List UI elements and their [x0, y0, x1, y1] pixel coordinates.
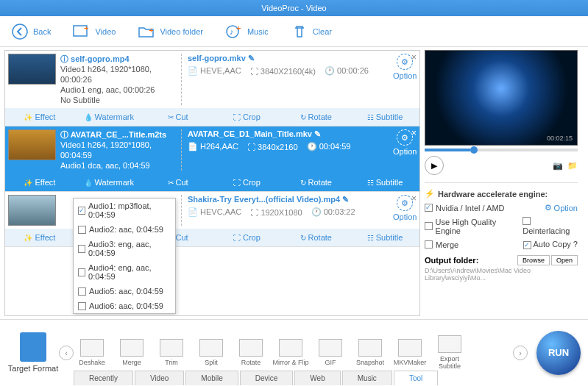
camera-icon[interactable]: 📷 — [553, 161, 563, 171]
tool-deshake[interactable]: Deshake — [74, 339, 110, 366]
output-folder: Output folder: BrowseOpen D:\Users\Andre… — [425, 255, 578, 282]
tab-device[interactable]: Device — [240, 371, 294, 385]
checkbox[interactable] — [78, 245, 85, 253]
effect-button[interactable]: ✨Effect — [5, 178, 74, 187]
scroll-left-button[interactable]: ‹ — [59, 346, 74, 360]
output-info: self-gopro.mkv ✎ 📄 HEVE,AAC ⛶ 3840X2160(… — [181, 54, 393, 105]
subtitle-button[interactable]: ☷Subtitle — [350, 178, 419, 187]
tool-icon — [358, 339, 382, 357]
main-toolbar: Back + Video + Video folder ♪+ Music Cle… — [0, 16, 588, 47]
close-icon[interactable]: × — [411, 193, 417, 204]
add-music-button[interactable]: ♪+ Music — [225, 23, 269, 40]
cut-button[interactable]: ✂Cut — [144, 112, 213, 121]
checkbox[interactable] — [78, 302, 86, 310]
tool-exportsubtitle[interactable]: Export Subtitle — [431, 335, 468, 370]
tool-merge[interactable]: Merge — [113, 339, 150, 366]
target-format-button[interactable]: Target Format — [7, 332, 59, 373]
tool-icon — [398, 339, 422, 357]
format-tabs: RecentlyVideoMobileDeviceWebMusicTool — [74, 371, 438, 385]
audio-track-dropdown[interactable]: Audio1: mp3float, 0:04:59Audio2: aac, 0:… — [73, 198, 176, 314]
open-button[interactable]: Open — [551, 255, 578, 265]
rotate-button[interactable]: ↻Rotate — [281, 233, 350, 242]
watermark-button[interactable]: 💧Watermark — [74, 178, 144, 187]
folder-plus-icon: + — [138, 23, 155, 40]
run-button[interactable]: RUN — [536, 331, 581, 375]
tab-mobile[interactable]: Mobile — [185, 371, 238, 385]
add-folder-button[interactable]: + Video folder — [138, 23, 203, 40]
deint-checkbox[interactable] — [523, 217, 531, 225]
tab-tool[interactable]: Tool — [394, 371, 438, 385]
thumbnail — [8, 195, 56, 226]
audio-option[interactable]: Audio2: aac, 0:04:59 — [74, 222, 175, 237]
audio-option[interactable]: Audio3: eng, aac, 0:04:59 — [74, 237, 175, 260]
subtitle-button[interactable]: ☷Subtitle — [350, 233, 419, 242]
tool-rotate[interactable]: Rotate — [233, 339, 269, 366]
checkbox[interactable] — [78, 226, 86, 234]
item-actions: ✨Effect 💧Watermark ✂Cut ⛶Crop ↻Rotate ☷S… — [5, 108, 419, 126]
crop-button[interactable]: ⛶Crop — [212, 233, 281, 242]
back-button[interactable]: Back — [11, 23, 51, 40]
svg-point-0 — [13, 24, 27, 39]
folder-icon[interactable]: 📁 — [567, 161, 578, 171]
tool-icon — [199, 339, 223, 357]
scroll-right-button[interactable]: › — [513, 346, 528, 360]
clear-label: Clear — [313, 27, 332, 36]
preview-time: 00:02:15 — [547, 135, 573, 142]
audio-option[interactable]: Audio4: eng, aac, 0:04:59 — [74, 260, 175, 284]
svg-text:+: + — [149, 26, 153, 35]
tool-icon — [120, 339, 144, 357]
video-label: Video — [95, 27, 116, 36]
preview-player[interactable]: 00:02:15 — [425, 50, 578, 146]
output-path: D:\Users\Andrew\Movies\Mac Video Library… — [425, 267, 578, 282]
video-item[interactable]: × Shakira-Try Everyt...(official Video).… — [5, 192, 419, 247]
rotate-button[interactable]: ↻Rotate — [281, 112, 350, 121]
watermark-button[interactable]: 💧Watermark — [74, 112, 144, 121]
audio-option[interactable]: Audio6: aac, 0:04:59 — [74, 299, 175, 313]
effect-button[interactable]: ✨Effect — [5, 112, 74, 121]
trash-icon — [291, 23, 308, 40]
tool-gif[interactable]: GIF — [312, 339, 349, 366]
checkbox[interactable] — [78, 207, 85, 215]
seek-handle[interactable] — [470, 146, 478, 154]
rotate-button[interactable]: ↻Rotate — [281, 178, 350, 187]
audio-option[interactable]: Audio5: aac, 0:04:59 — [74, 284, 175, 299]
merge-checkbox[interactable] — [425, 240, 433, 249]
tab-web[interactable]: Web — [294, 371, 340, 385]
cut-button[interactable]: ✂Cut — [144, 178, 213, 187]
folder-label: Video folder — [160, 27, 203, 36]
tool-snapshot[interactable]: Snapshot — [352, 339, 389, 366]
source-info: ⓘ AVATAR_CE_...Title.m2ts Video1 h264, 1… — [56, 129, 181, 171]
tab-music[interactable]: Music — [342, 371, 392, 385]
play-button[interactable]: ▶ — [425, 156, 444, 175]
tool-mirrorflip[interactable]: Mirror & Flip — [272, 339, 309, 366]
vendor-checkbox[interactable] — [425, 204, 433, 212]
crop-button[interactable]: ⛶Crop — [212, 178, 281, 187]
target-format-icon — [20, 332, 46, 362]
close-icon[interactable]: × — [411, 52, 417, 62]
video-plus-icon: + — [73, 23, 91, 40]
svg-text:+: + — [84, 24, 88, 32]
video-item[interactable]: × ⓘ self-gopro.mp4 Video1 h264, 1920*108… — [5, 51, 419, 126]
audio-option[interactable]: Audio1: mp3float, 0:04:59 — [74, 199, 175, 222]
tool-split[interactable]: Split — [193, 339, 230, 366]
tool-mkvmaker[interactable]: MKVMaker — [392, 339, 428, 366]
music-label: Music — [247, 27, 269, 36]
tool-trim[interactable]: Trim — [153, 339, 190, 366]
close-icon[interactable]: × — [411, 128, 417, 138]
crop-button[interactable]: ⛶Crop — [212, 112, 281, 121]
title-bar: VideoProc - Video — [0, 0, 588, 16]
video-item[interactable]: × ⓘ AVATAR_CE_...Title.m2ts Video1 h264,… — [5, 126, 419, 192]
subtitle-button[interactable]: ☷Subtitle — [350, 112, 419, 121]
hw-option-button[interactable]: ⚙ Option — [545, 203, 578, 212]
browse-button[interactable]: Browse — [517, 255, 550, 265]
tab-video[interactable]: Video — [135, 371, 184, 385]
clear-button[interactable]: Clear — [291, 23, 332, 40]
tab-recently[interactable]: Recently — [74, 371, 133, 385]
checkbox[interactable] — [78, 287, 86, 296]
effect-button[interactable]: ✨Effect — [5, 233, 74, 242]
checkbox[interactable] — [78, 268, 85, 276]
hardware-panel: ⚡Hardware accelerate engine: Nvidia / In… — [425, 182, 578, 249]
hq-checkbox[interactable] — [425, 222, 433, 230]
add-video-button[interactable]: + Video — [73, 23, 116, 40]
autocopy-checkbox[interactable] — [523, 241, 531, 249]
